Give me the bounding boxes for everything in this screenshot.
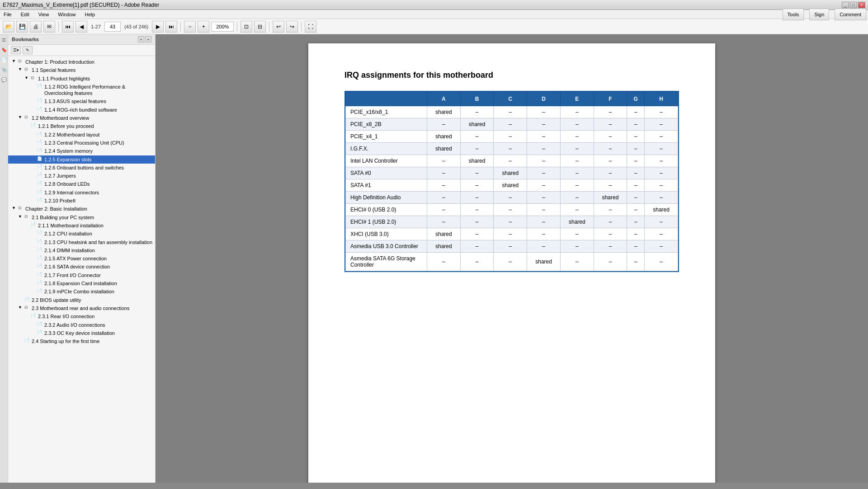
- bookmark-toggle[interactable]: [31, 197, 35, 202]
- bookmark-toggle[interactable]: [31, 98, 35, 103]
- bookmark-toggle[interactable]: ▼: [18, 115, 23, 119]
- bookmark-item-1.2.5[interactable]: 📄1.2.5 Expansion slots: [8, 155, 155, 164]
- next-page-button[interactable]: ▶: [152, 21, 164, 33]
- menu-view[interactable]: View: [37, 11, 51, 18]
- window-controls[interactable]: _ □ ×: [842, 2, 865, 8]
- bookmark-toggle[interactable]: [31, 330, 35, 334]
- menu-window[interactable]: Window: [56, 11, 77, 18]
- bookmark-item-2.4[interactable]: 📄2.4 Starting up for the first time: [8, 337, 155, 345]
- maximize-button[interactable]: □: [850, 2, 857, 8]
- sidebar-controls[interactable]: « »: [138, 36, 151, 42]
- print-button[interactable]: 🖨: [30, 21, 42, 33]
- bookmark-item-1.2.8[interactable]: 📄1.2.8 Onboard LEDs: [8, 180, 155, 188]
- bookmark-item-1.2.6[interactable]: 📄1.2.6 Onboard buttons and switches: [8, 164, 155, 172]
- menu-file[interactable]: File: [2, 11, 14, 18]
- bookmark-toggle[interactable]: [31, 263, 35, 268]
- bookmark-toggle[interactable]: [31, 132, 35, 136]
- bookmark-item-2.1.3[interactable]: 📄2.1.3 CPU heatsink and fan assembly ins…: [8, 238, 155, 246]
- bookmark-item-1.1.3[interactable]: 📄1.1.3 ASUS special features: [8, 97, 155, 105]
- menu-edit[interactable]: Edit: [19, 11, 31, 18]
- bookmark-tree[interactable]: ▼⊟Chapter 1: Product Introduction▼⊟1.1 S…: [8, 56, 155, 483]
- bookmark-toggle[interactable]: [31, 156, 35, 161]
- bookmark-toggle[interactable]: [31, 140, 35, 144]
- minimize-button[interactable]: _: [842, 2, 849, 8]
- bookmark-toggle[interactable]: [31, 280, 35, 285]
- save-button[interactable]: 💾: [16, 21, 28, 33]
- bookmark-item-2.3.1[interactable]: 📄2.3.1 Rear I/O connection: [8, 312, 155, 320]
- bookmark-item-1.2.10[interactable]: 📄1.2.10 ProbeIt: [8, 197, 155, 205]
- bookmark-toggle[interactable]: [31, 107, 35, 111]
- fullscreen-button[interactable]: ⛶: [305, 21, 316, 33]
- fit-page-button[interactable]: ⊡: [241, 21, 252, 33]
- bookmark-item-1.2.2[interactable]: 📄1.2.2 Motherboard layout: [8, 131, 155, 139]
- bookmark-toggle[interactable]: [31, 247, 35, 252]
- sidebar-collapse-button[interactable]: «: [138, 36, 144, 42]
- bookmark-toggle[interactable]: [31, 272, 35, 277]
- bookmark-toggle[interactable]: [24, 123, 29, 127]
- fit-width-button[interactable]: ⊟: [254, 21, 266, 33]
- current-page-input[interactable]: [104, 22, 121, 32]
- bookmark-item-1.2.9[interactable]: 📄1.2.9 Internal connectors: [8, 188, 155, 197]
- bookmark-toggle[interactable]: [18, 338, 23, 343]
- bookmark-item-1.2.7[interactable]: 📄1.2.7 Jumpers: [8, 172, 155, 180]
- first-page-button[interactable]: ⏮: [62, 21, 74, 33]
- bookmark-toggle[interactable]: [31, 230, 35, 235]
- bookmarks-panel-icon[interactable]: 🔖: [0, 46, 8, 53]
- bookmark-item-1.1.2[interactable]: 📄1.1.2 ROG Intelligent Performance & Ove…: [8, 83, 155, 98]
- pages-panel-icon[interactable]: 📄: [0, 56, 8, 63]
- close-button[interactable]: ×: [858, 2, 865, 8]
- comments-icon[interactable]: 💬: [0, 76, 8, 83]
- bookmark-item-1.2.1[interactable]: 📄1.2.1 Before you proceed: [8, 122, 155, 130]
- bookmark-item-2.1.2[interactable]: 📄2.1.2 CPU installation: [8, 230, 155, 238]
- bookmark-toggle[interactable]: [24, 222, 29, 227]
- bookmark-item-2.1.7[interactable]: 📄2.1.7 Front I/O Connector: [8, 271, 155, 279]
- bookmark-toggle[interactable]: [31, 165, 35, 169]
- bookmark-item-2.1.9[interactable]: 📄2.1.9 mPCIe Combo installation: [8, 287, 155, 296]
- sidebar-new-button[interactable]: ✎: [23, 46, 33, 54]
- bookmark-toggle[interactable]: [31, 173, 35, 177]
- bookmark-toggle[interactable]: [24, 313, 29, 318]
- forward-button[interactable]: ↪: [286, 21, 298, 33]
- last-page-button[interactable]: ⏭: [165, 21, 177, 33]
- bookmark-toggle[interactable]: [31, 148, 35, 152]
- bookmark-toggle[interactable]: ▼: [24, 75, 29, 80]
- bookmark-item-2.3.3[interactable]: 📄2.3.3 OC Key device installation: [8, 329, 155, 337]
- zoom-input[interactable]: [211, 22, 234, 32]
- bookmark-toggle[interactable]: [31, 288, 35, 293]
- bookmark-item-2.3.2[interactable]: 📄2.3.2 Audio I/O connections: [8, 321, 155, 329]
- bookmark-item-1.1.4[interactable]: 📄1.1.4 ROG-rich bundled software: [8, 106, 155, 114]
- hand-tool-icon[interactable]: ☰: [0, 36, 8, 43]
- open-button[interactable]: 📂: [3, 21, 14, 33]
- bookmark-toggle[interactable]: ▼: [18, 214, 23, 219]
- bookmark-toggle[interactable]: ▼: [18, 67, 23, 71]
- tools-button[interactable]: Tools: [783, 9, 804, 20]
- bookmark-toggle[interactable]: [31, 181, 35, 185]
- sidebar-expand-button[interactable]: »: [145, 36, 151, 42]
- bookmark-item-1.2.3[interactable]: 📄1.2.3 Central Processing Unit (CPU): [8, 139, 155, 147]
- bookmark-item-2.1.6[interactable]: 📄2.1.6 SATA device connection: [8, 263, 155, 271]
- bookmark-item-1.2.4[interactable]: 📄1.2.4 System memory: [8, 147, 155, 155]
- bookmark-toggle[interactable]: [31, 239, 35, 244]
- sidebar-options-button[interactable]: ☰▾: [11, 46, 21, 54]
- zoom-in-button[interactable]: +: [198, 21, 209, 33]
- bookmark-toggle[interactable]: ▼: [12, 59, 16, 63]
- bookmark-item-2.1.4[interactable]: 📄2.1.4 DIMM installation: [8, 246, 155, 254]
- bookmark-item-2.1.8[interactable]: 📄2.1.8 Expansion Card installation: [8, 279, 155, 287]
- bookmark-item-2.2[interactable]: 📄2.2 BIOS update utility: [8, 296, 155, 304]
- bookmark-item-2.1.5[interactable]: 📄2.1.5 ATX Power connection: [8, 254, 155, 263]
- bookmark-toggle[interactable]: [18, 297, 23, 301]
- bookmark-item-chapter1[interactable]: ▼⊟Chapter 1: Product Introduction: [8, 58, 155, 66]
- bookmark-item-2.1.1[interactable]: 📄2.1.1 Motherboard installation: [8, 221, 155, 230]
- bookmark-item-1.1[interactable]: ▼⊟1.1 Special features: [8, 66, 155, 74]
- pdf-view-area[interactable]: IRQ assignments for this motherboard A B…: [156, 34, 868, 483]
- zoom-out-button[interactable]: −: [184, 21, 196, 33]
- email-button[interactable]: ✉: [43, 21, 55, 33]
- bookmark-toggle[interactable]: [31, 322, 35, 326]
- bookmark-item-1.2[interactable]: ▼⊟1.2 Motherboard overview: [8, 114, 155, 122]
- bookmark-toggle[interactable]: ▼: [18, 305, 23, 310]
- sign-button[interactable]: Sign: [809, 9, 829, 20]
- bookmark-toggle[interactable]: [31, 255, 35, 260]
- bookmark-item-1.1.1[interactable]: ▼⊟1.1.1 Product highlights: [8, 75, 155, 83]
- attachments-icon[interactable]: 📎: [0, 66, 8, 73]
- prev-page-button[interactable]: ◀: [75, 21, 87, 33]
